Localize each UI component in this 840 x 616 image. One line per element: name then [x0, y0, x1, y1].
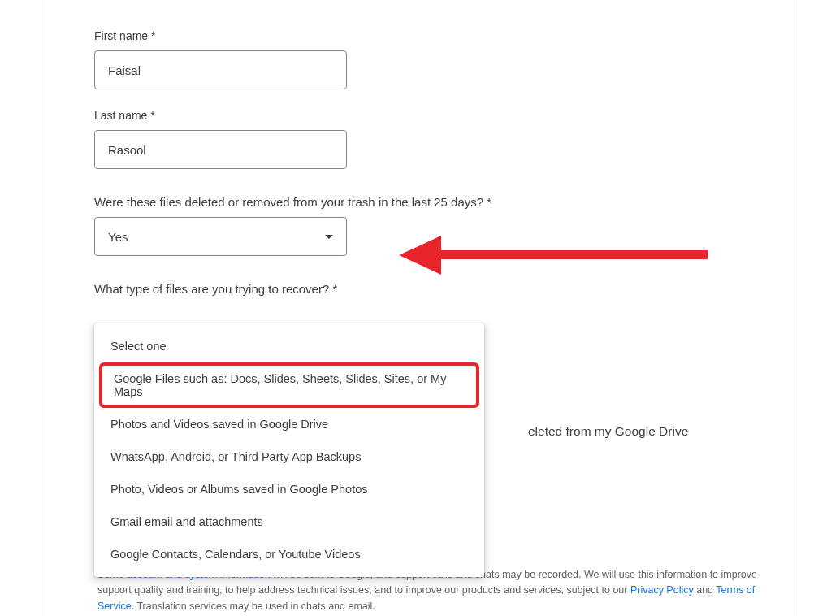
- file-type-group: What type of files are you trying to rec…: [94, 282, 746, 296]
- partial-obscured-text: eleted from my Google Drive: [528, 424, 688, 439]
- deleted-select-value: Yes: [108, 230, 128, 244]
- footer-mid2: and: [694, 584, 717, 596]
- deleted-question-label: Were these files deleted or removed from…: [94, 195, 746, 209]
- dropdown-option-whatsapp-backups[interactable]: WhatsApp, Android, or Third Party App Ba…: [94, 440, 484, 473]
- dropdown-option-photos-videos-drive[interactable]: Photos and Videos saved in Google Drive: [94, 408, 484, 440]
- footer-link-privacy[interactable]: Privacy Policy: [630, 584, 694, 596]
- form-content: First name * Last name * Were these file…: [94, 0, 746, 296]
- last-name-label: Last name *: [94, 109, 746, 122]
- deleted-select[interactable]: Yes: [94, 217, 347, 256]
- last-name-input[interactable]: [94, 130, 347, 169]
- form-container: First name * Last name * Were these file…: [41, 0, 799, 616]
- footer-suffix: . Translation services may be used in ch…: [132, 601, 375, 612]
- dropdown-option-select-one[interactable]: Select one: [94, 330, 484, 362]
- last-name-group: Last name *: [94, 109, 746, 169]
- dropdown-option-contacts-calendars[interactable]: Google Contacts, Calendars, or Youtube V…: [94, 538, 484, 570]
- first-name-input[interactable]: [94, 50, 347, 89]
- dropdown-option-photos-albums[interactable]: Photo, Videos or Albums saved in Google …: [94, 473, 484, 505]
- first-name-group: First name *: [94, 29, 746, 89]
- deleted-select-wrapper: Yes: [94, 217, 347, 256]
- dropdown-option-google-files[interactable]: Google Files such as: Docs, Slides, Shee…: [99, 362, 479, 408]
- dropdown-option-gmail[interactable]: Gmail email and attachments: [94, 505, 484, 538]
- first-name-label: First name *: [94, 29, 746, 42]
- deleted-question-group: Were these files deleted or removed from…: [94, 195, 746, 256]
- file-type-label: What type of files are you trying to rec…: [94, 282, 746, 296]
- chevron-down-icon: [325, 235, 333, 239]
- file-type-dropdown-menu: Select one Google Files such as: Docs, S…: [94, 323, 484, 577]
